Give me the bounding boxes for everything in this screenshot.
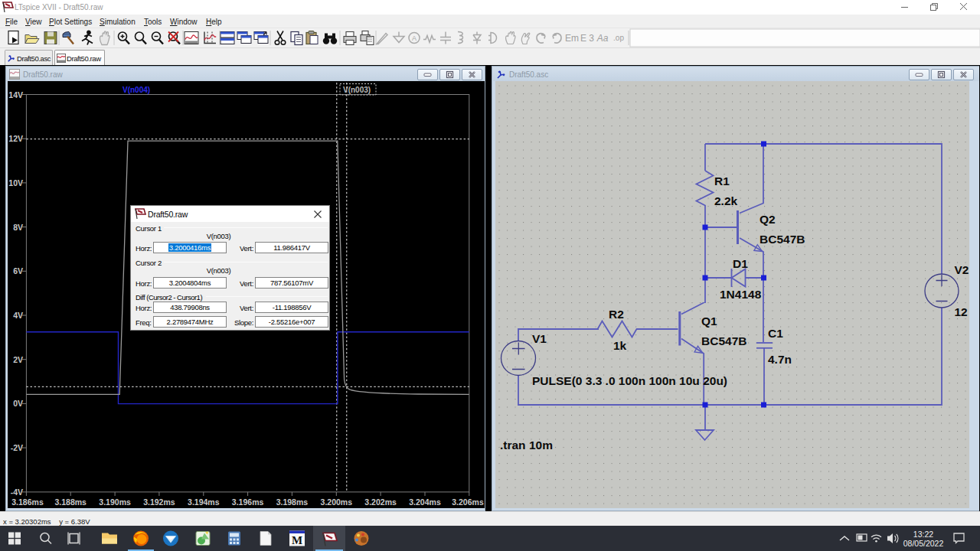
svg-text:C1: C1 [768,327,783,340]
svg-text:-4V: -4V [11,487,23,497]
svg-text:08/05/2022: 08/05/2022 [903,539,944,548]
svg-text:R2: R2 [609,308,624,321]
svg-text:3.188ms: 3.188ms [54,497,87,507]
svg-text:V(n004): V(n004) [122,86,150,94]
svg-text:6V: 6V [13,266,23,276]
svg-text:Q1: Q1 [701,315,717,328]
svg-text:3.202ms: 3.202ms [364,497,397,507]
svg-text:V1: V1 [532,332,547,345]
svg-text:1k: 1k [613,339,627,352]
svg-text:13:22: 13:22 [913,530,933,539]
svg-text:BC547B: BC547B [701,334,746,347]
svg-text:.tran 10m: .tran 10m [500,439,553,452]
svg-text:0V: 0V [13,399,23,408]
svg-text:1N4148: 1N4148 [720,288,762,301]
svg-text:3.204ms: 3.204ms [409,497,441,507]
svg-text:E 3: E 3 [580,33,594,44]
svg-text:-2V: -2V [11,443,23,452]
svg-text:V2: V2 [955,263,969,276]
svg-text:10V: 10V [8,178,23,187]
svg-text:Aa: Aa [596,33,609,44]
svg-text:8V: 8V [13,223,23,232]
svg-text:3.190ms: 3.190ms [99,497,131,507]
svg-text:Em: Em [565,33,579,44]
svg-text:.op: .op [613,34,624,42]
svg-text:4V: 4V [13,311,23,320]
svg-text:3.206ms: 3.206ms [452,497,484,507]
svg-text:14V: 14V [8,90,23,99]
svg-text:3.192ms: 3.192ms [143,497,175,507]
svg-text:A: A [412,34,416,42]
svg-text:12V: 12V [8,134,23,143]
svg-text:3.196ms: 3.196ms [232,497,264,507]
svg-text:D1: D1 [733,257,748,270]
svg-text:12: 12 [955,305,968,318]
svg-text:R1: R1 [714,174,730,187]
svg-text:V(n003): V(n003) [343,86,371,94]
svg-text:PULSE(0 3.3 .0 100n 100n 10u 2: PULSE(0 3.3 .0 100n 100n 10u 20u) [532,374,727,387]
svg-text:2V: 2V [13,355,23,364]
svg-text:M: M [292,534,302,546]
svg-text:3.194ms: 3.194ms [188,497,220,507]
svg-text:4.7n: 4.7n [768,353,792,366]
svg-text:BC547B: BC547B [760,233,805,246]
svg-text:2.2k: 2.2k [714,194,738,207]
svg-text:3.198ms: 3.198ms [276,497,309,507]
svg-text:3.200ms: 3.200ms [321,497,353,507]
svg-text:Q2: Q2 [760,213,776,226]
svg-text:3.186ms: 3.186ms [11,497,44,507]
